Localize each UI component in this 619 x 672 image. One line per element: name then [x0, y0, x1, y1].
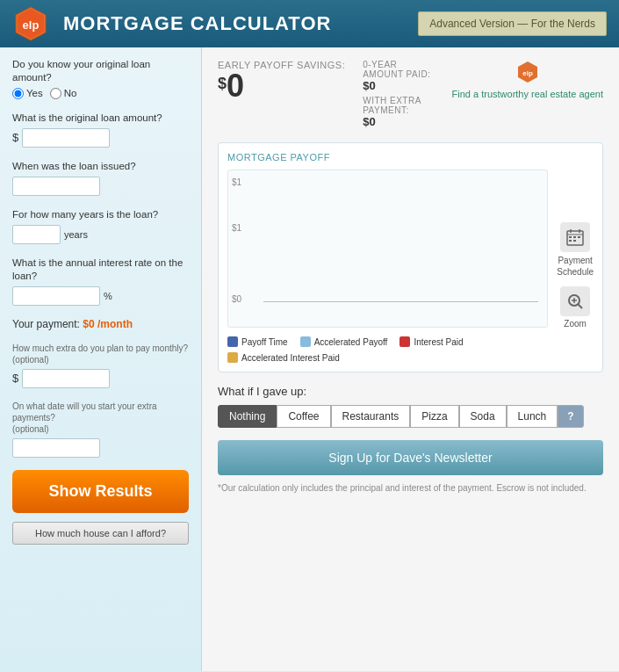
loan-issued-label: When was the loan issued?	[12, 160, 189, 173]
payment-value: $0 /month	[83, 318, 133, 330]
original-loan-label: What is the original loan amount?	[12, 112, 189, 125]
svg-rect-9	[569, 236, 572, 238]
whatif-help-button[interactable]: ?	[558, 405, 583, 428]
legend-payoff-time: Payoff Time	[227, 336, 288, 347]
loan-years-input[interactable]	[12, 225, 61, 244]
loan-years-row: For how many years is the loan? years	[12, 208, 189, 244]
house-afford-button[interactable]: How much house can I afford?	[12, 522, 189, 545]
with-extra-section: WITH EXTRA PAYMENT: $0	[363, 96, 434, 128]
legend-color-accel-interest	[227, 352, 238, 363]
whatif-tab-nothing[interactable]: Nothing	[218, 405, 277, 428]
elp-link-area: elp Find a trustworthy real estate agent	[452, 60, 603, 100]
disclaimer: *Our calculation only includes the princ…	[218, 482, 603, 495]
chart-section: MORTGAGE PAYOFF $1 $1 $0 Payoff Time	[218, 142, 603, 372]
elp-logo: elp	[12, 5, 49, 42]
zoom-label: Zoom	[564, 319, 587, 329]
payment-schedule-button[interactable]: PaymentSchedule	[557, 222, 594, 278]
chart-area: $1 $1 $0	[227, 170, 548, 328]
whatif-tab-restaurants[interactable]: Restaurants	[331, 405, 411, 428]
svg-rect-10	[573, 236, 576, 238]
no-radio[interactable]	[50, 88, 61, 99]
zoom-button[interactable]: Zoom	[557, 286, 594, 329]
legend-color-payoff-time	[227, 336, 238, 347]
no-label: No	[64, 88, 77, 98]
zoom-svg	[566, 293, 584, 310]
main-container: Do you know your original loan amount? Y…	[0, 47, 619, 671]
legend-accel-interest: Accelerated Interest Paid	[227, 352, 340, 363]
whatif-section: What if I gave up: Nothing Coffee Restau…	[218, 385, 603, 428]
original-loan-input-group: $	[12, 128, 189, 148]
year-paid-label: 0-YEAR AMOUNT PAID:	[363, 60, 434, 79]
extra-date-label: On what date will you start your extra p…	[12, 401, 189, 435]
loan-issued-input[interactable]	[12, 177, 100, 196]
know-loan-label: Do you know your original loan amount?	[12, 58, 189, 84]
know-loan-radio-group: Yes No	[12, 88, 189, 99]
newsletter-button[interactable]: Sign Up for Dave's Newsletter	[218, 440, 603, 475]
svg-text:elp: elp	[23, 18, 40, 32]
chart-label: MORTGAGE PAYOFF	[227, 152, 594, 163]
svg-line-15	[578, 304, 582, 308]
logo-area: elp	[12, 5, 49, 42]
page-title: MORTGAGE CALCULATOR	[63, 12, 418, 35]
interest-rate-input-group: %	[12, 286, 189, 306]
yes-radio[interactable]	[12, 88, 24, 99]
yes-radio-label[interactable]: Yes	[12, 88, 43, 99]
interest-rate-input[interactable]	[12, 286, 100, 306]
whatif-label: What if I gave up:	[218, 385, 603, 398]
chart-main: $1 $1 $0 Payoff Time Accelerated Payoff	[227, 170, 548, 363]
loan-issued-row: When was the loan issued?	[12, 160, 189, 196]
loan-years-label: For how many years is the loan?	[12, 208, 189, 221]
calendar-icon	[560, 222, 590, 252]
whatif-tab-pizza[interactable]: Pizza	[410, 405, 458, 428]
original-loan-input[interactable]	[22, 128, 110, 148]
interest-rate-label: What is the annual interest rate on the …	[12, 257, 189, 283]
payment-row: Your payment: $0 /month	[12, 318, 189, 330]
extra-payment-input[interactable]	[22, 369, 110, 388]
know-loan-row: Do you know your original loan amount? Y…	[12, 58, 189, 99]
zoom-icon	[560, 286, 590, 316]
whatif-tab-coffee[interactable]: Coffee	[277, 405, 330, 428]
chart-y2: $1	[232, 223, 241, 233]
with-extra-label: WITH EXTRA PAYMENT:	[363, 96, 434, 115]
amount-value: 0	[227, 68, 244, 104]
right-panel: EARLY PAYOFF SAVINGS: $0 0-YEAR AMOUNT P…	[202, 47, 619, 671]
legend-label-accel-payoff: Accelerated Payoff	[314, 337, 388, 347]
show-results-button[interactable]: Show Results	[12, 470, 189, 513]
svg-rect-13	[573, 240, 576, 242]
extra-date-input[interactable]	[12, 438, 100, 458]
dollar-prefix: $	[12, 131, 18, 144]
interest-rate-row: What is the annual interest rate on the …	[12, 257, 189, 306]
svg-rect-11	[578, 236, 580, 238]
payment-label: Your payment:	[12, 318, 80, 330]
advanced-version-button[interactable]: Advanced Version — For the Nerds	[418, 11, 607, 36]
whatif-tab-soda[interactable]: Soda	[459, 405, 507, 428]
header: elp MORTGAGE CALCULATOR Advanced Version…	[0, 0, 619, 47]
legend-accel-payoff: Accelerated Payoff	[300, 336, 388, 347]
no-radio-label[interactable]: No	[50, 88, 77, 99]
year-paid-section: 0-YEAR AMOUNT PAID: $0 WITH EXTRA PAYMEN…	[363, 60, 434, 128]
legend-label-payoff-time: Payoff Time	[241, 337, 288, 347]
loan-years-input-group: years	[12, 225, 189, 244]
with-extra-value: $0	[363, 115, 434, 128]
chart-legend: Payoff Time Accelerated Payoff Interest …	[227, 336, 548, 363]
elp-link[interactable]: Find a trustworthy real estate agent	[452, 88, 603, 100]
chart-baseline	[263, 301, 538, 302]
legend-interest-paid: Interest Paid	[399, 336, 463, 347]
currency-symbol: $	[218, 76, 227, 91]
svg-rect-12	[569, 240, 572, 242]
early-payoff-left: EARLY PAYOFF SAVINGS: $0	[218, 60, 345, 102]
early-payoff-section: EARLY PAYOFF SAVINGS: $0 0-YEAR AMOUNT P…	[218, 60, 603, 128]
legend-label-interest-paid: Interest Paid	[414, 337, 463, 347]
payment-schedule-label: PaymentSchedule	[557, 255, 594, 278]
whatif-tab-lunch[interactable]: Lunch	[507, 405, 558, 428]
yes-label: Yes	[26, 88, 43, 98]
legend-color-interest-paid	[399, 336, 410, 347]
extra-date-row: On what date will you start your extra p…	[12, 401, 189, 458]
calendar-svg	[566, 228, 584, 246]
chart-y1: $1	[232, 177, 241, 187]
percent-suffix: %	[104, 291, 112, 301]
whatif-tabs: Nothing Coffee Restaurants Pizza Soda Lu…	[218, 405, 603, 428]
legend-label-accel-interest: Accelerated Interest Paid	[241, 353, 340, 363]
year-paid-value: $0	[363, 79, 434, 92]
left-panel: Do you know your original loan amount? Y…	[0, 47, 202, 671]
